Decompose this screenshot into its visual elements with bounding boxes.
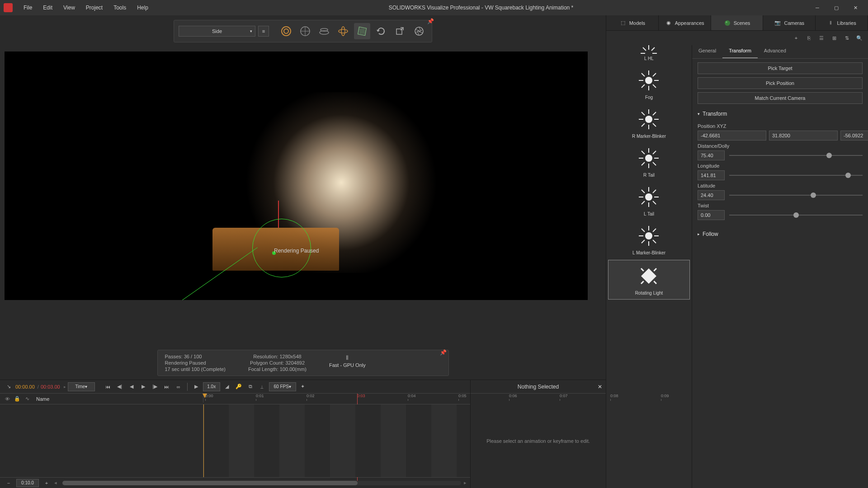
globe-icon — [724, 19, 731, 27]
light-item-fog[interactable]: Fog — [606, 65, 692, 103]
render-viewport[interactable]: Rendering Paused ↖ — [5, 52, 588, 300]
latitude-input[interactable]: 24.40 — [698, 190, 725, 200]
playback-speed[interactable]: 1.0x — [203, 382, 220, 391]
svg-line-56 — [653, 201, 656, 204]
menu-file[interactable]: File — [18, 3, 38, 13]
render-mode-2[interactable] — [297, 23, 313, 39]
menu-tools[interactable]: Tools — [108, 3, 132, 13]
menu-view[interactable]: View — [58, 3, 80, 13]
svg-line-38 — [653, 123, 656, 127]
timeline-scrollbar[interactable] — [62, 481, 461, 485]
latitude-slider[interactable] — [729, 195, 863, 196]
record-button[interactable]: ▶ — [191, 382, 201, 392]
menu-edit[interactable]: Edit — [38, 3, 58, 13]
goto-end-button[interactable]: ⏭ — [162, 382, 172, 392]
pin-icon[interactable]: 📌 — [427, 18, 434, 24]
follow-section-header[interactable]: Follow — [698, 227, 863, 241]
render-mode-5[interactable] — [354, 23, 370, 39]
longitude-slider[interactable] — [729, 175, 863, 176]
menu-project[interactable]: Project — [80, 3, 108, 13]
tab-appearances[interactable]: ◉Appearances — [659, 15, 711, 30]
search-button[interactable]: 🔍 — [855, 34, 863, 42]
position-y-input[interactable] — [769, 131, 838, 141]
svg-line-55 — [642, 201, 645, 204]
zoom-out-button[interactable]: − — [4, 478, 14, 488]
light-item-rotating[interactable]: Rotating Light — [608, 260, 690, 300]
light-item-rmarker[interactable]: R Marker-Blinker — [606, 103, 692, 142]
tab-cameras[interactable]: 📷Cameras — [763, 15, 816, 30]
distance-input[interactable]: 75.40 — [698, 150, 725, 160]
twist-slider[interactable] — [729, 215, 863, 216]
eta-label: 17 sec until 100 (Complete) — [165, 366, 226, 372]
prop-tab-general[interactable]: General — [692, 45, 722, 58]
pick-target-button[interactable]: Pick Target — [698, 62, 863, 74]
zoom-input[interactable] — [16, 479, 39, 487]
current-time: 00:00.00 — [15, 384, 35, 389]
aperture-button[interactable] — [411, 23, 427, 39]
motion-icon[interactable]: ✦ — [298, 382, 308, 392]
position-z-input[interactable] — [840, 131, 868, 141]
crop-icon[interactable]: ⟂ — [257, 382, 267, 392]
light-item-rtail[interactable]: R Tail — [606, 142, 692, 181]
prop-tab-advanced[interactable]: Advanced — [758, 45, 793, 58]
window-title: SOLIDWORKS Visualize Professional - VW S… — [154, 5, 808, 11]
export-button[interactable] — [392, 23, 408, 39]
loop-button[interactable]: ∞ — [174, 382, 184, 392]
light-item-ltail[interactable]: L Tail — [606, 181, 692, 220]
import-button[interactable]: ⎘ — [805, 34, 813, 42]
light-item-lmarker[interactable]: L Marker-Blinker — [606, 220, 692, 259]
render-mode-1[interactable] — [278, 23, 294, 39]
camera-menu-button[interactable]: ≡ — [258, 26, 269, 37]
play-button[interactable]: ▶ — [138, 382, 148, 392]
app-icon — [4, 3, 13, 12]
visibility-icon[interactable]: 👁 — [4, 395, 11, 403]
key-icon[interactable]: 🔑 — [234, 382, 244, 392]
position-x-input[interactable] — [698, 131, 766, 141]
tab-scenes[interactable]: Scenes — [711, 15, 764, 30]
pick-position-button[interactable]: Pick Position — [698, 77, 863, 89]
fps-dropdown[interactable]: 60 FPS ▾ — [269, 382, 296, 391]
refresh-button[interactable] — [373, 23, 389, 39]
longitude-input[interactable]: 141.81 — [698, 170, 725, 180]
twist-input[interactable]: 0.00 — [698, 210, 725, 220]
match-camera-button[interactable]: Match Current Camera — [698, 92, 863, 104]
link-icon[interactable]: ⧉ — [245, 382, 255, 392]
keyframe-panel-close[interactable]: ✕ — [598, 384, 602, 390]
render-mode-4[interactable] — [335, 23, 351, 39]
lock-icon[interactable]: 🔒 — [14, 395, 21, 403]
svg-rect-10 — [359, 28, 365, 34]
step-forward-button[interactable]: |▶ — [150, 382, 160, 392]
zoom-in-button[interactable]: + — [42, 478, 52, 488]
close-button[interactable]: ✕ — [846, 1, 864, 14]
twist-label: Twist — [698, 203, 863, 208]
tab-libraries[interactable]: ⦀Libraries — [816, 15, 868, 30]
focal-label: Focal Length: 100.00(mm) — [248, 366, 307, 372]
menu-help[interactable]: Help — [132, 3, 154, 13]
list-view-button[interactable]: ☰ — [817, 34, 826, 42]
timeline-arrow-icon[interactable]: ↘ — [4, 382, 14, 392]
play-back-button[interactable]: ◀ — [127, 382, 137, 392]
distance-slider[interactable] — [729, 155, 863, 156]
sort-button[interactable]: ⇅ — [843, 34, 851, 42]
svg-line-67 — [641, 268, 644, 271]
volume-icon[interactable]: ◢ — [222, 382, 232, 392]
curve-icon[interactable]: ∿ — [24, 395, 31, 403]
maximize-button[interactable]: ▢ — [827, 1, 845, 14]
time-mode-dropdown[interactable]: Time ▾ — [68, 382, 95, 391]
light-item-lhl[interactable]: L HL — [606, 45, 692, 65]
pin-icon[interactable]: 📌 — [440, 349, 447, 356]
render-mode-3[interactable] — [316, 23, 332, 39]
timeline-ruler[interactable]: 0:00 0:01 0:02 0:03 0:04 0:05 0:06 0:07 … — [203, 394, 470, 404]
grid-view-button[interactable]: ⊞ — [830, 34, 838, 42]
transform-section-header[interactable]: Transform — [698, 107, 863, 121]
step-back-button[interactable]: ◀| — [115, 382, 125, 392]
add-button[interactable]: + — [792, 34, 800, 42]
cube-icon: ⬚ — [619, 19, 627, 27]
prop-tab-transform[interactable]: Transform — [722, 45, 758, 58]
goto-start-button[interactable]: ⏮ — [103, 382, 113, 392]
camera-dropdown[interactable]: Side — [179, 26, 255, 37]
timeline-tracks[interactable] — [0, 404, 470, 477]
tab-models[interactable]: ⬚Models — [606, 15, 659, 30]
minimize-button[interactable]: ─ — [808, 1, 826, 14]
svg-line-28 — [642, 84, 645, 88]
